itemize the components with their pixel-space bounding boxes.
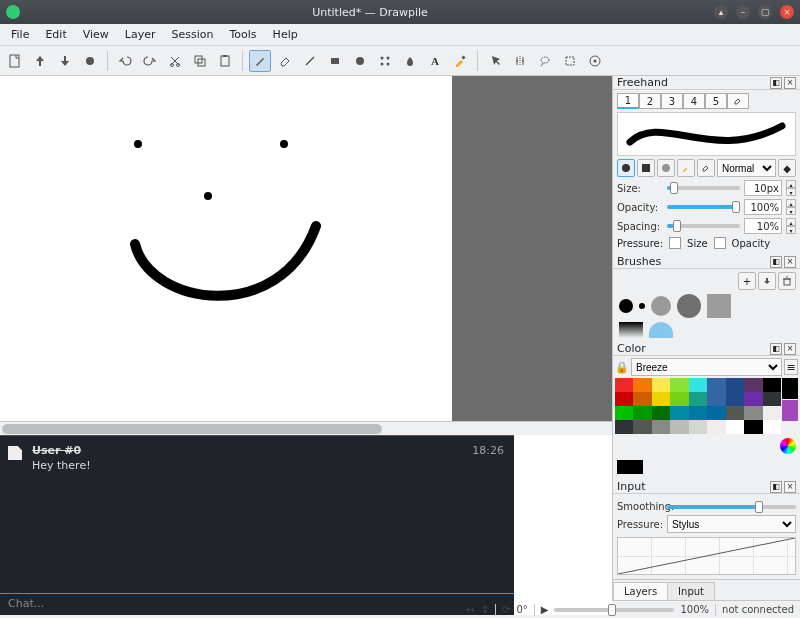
color-swatch[interactable] — [763, 378, 781, 392]
flip-v-icon[interactable]: ↕ — [481, 604, 489, 615]
maximize-button[interactable]: ▢ — [758, 5, 772, 19]
brush-preset[interactable] — [677, 294, 701, 318]
pressure-mode-select[interactable]: Stylus — [667, 515, 796, 533]
color-swatch[interactable] — [670, 420, 688, 434]
color-swatch[interactable] — [763, 406, 781, 420]
tab-input[interactable]: Input — [667, 582, 715, 600]
tab-layers[interactable]: Layers — [613, 582, 668, 600]
select-tool[interactable] — [559, 50, 581, 72]
undo-button[interactable] — [114, 50, 136, 72]
keep-above-button[interactable]: ▴ — [714, 5, 728, 19]
freehand-tool[interactable] — [249, 50, 271, 72]
blend-lock[interactable]: ◆ — [778, 159, 796, 177]
pressure-size-check[interactable] — [669, 237, 681, 249]
copy-button[interactable] — [189, 50, 211, 72]
color-swatch[interactable] — [633, 420, 651, 434]
spacing-slider[interactable] — [667, 224, 740, 228]
color-swatch[interactable] — [744, 406, 762, 420]
palette-select[interactable]: Breeze — [631, 358, 782, 376]
marker-tool[interactable] — [584, 50, 606, 72]
color-swatch[interactable] — [707, 406, 725, 420]
flip-h-icon[interactable]: ↔ — [466, 604, 474, 615]
opacity-down[interactable]: ▾ — [786, 207, 796, 215]
color-swatch[interactable] — [615, 406, 633, 420]
brush-eyedropper[interactable] — [677, 159, 695, 177]
brush-preset[interactable] — [707, 294, 731, 318]
color-swatch[interactable] — [615, 392, 633, 406]
size-slider[interactable] — [667, 186, 740, 190]
close-button[interactable]: × — [780, 5, 794, 19]
ellipse-tool[interactable] — [349, 50, 371, 72]
color-swatch[interactable] — [763, 420, 781, 434]
size-up[interactable]: ▴ — [786, 180, 796, 188]
color-swatch[interactable] — [652, 420, 670, 434]
minimize-button[interactable]: – — [736, 5, 750, 19]
color-swatch[interactable] — [670, 406, 688, 420]
pressure-opacity-check[interactable] — [714, 237, 726, 249]
palette-menu[interactable]: ≡ — [784, 359, 798, 375]
zoom-slider[interactable] — [554, 608, 674, 612]
brush-slot-1[interactable]: 1 — [617, 93, 639, 109]
input-float[interactable]: ◧ — [770, 481, 782, 493]
cut-button[interactable] — [164, 50, 186, 72]
picker-tool[interactable] — [449, 50, 471, 72]
brush-preset[interactable] — [651, 296, 671, 316]
color-swatch[interactable] — [744, 378, 762, 392]
color-swatch[interactable] — [689, 406, 707, 420]
canvas[interactable] — [0, 76, 452, 421]
color-swatch[interactable] — [744, 420, 762, 434]
rotate-icon[interactable]: ⟳ — [502, 604, 510, 615]
color-swatch[interactable] — [633, 392, 651, 406]
size-down[interactable]: ▾ — [786, 188, 796, 196]
opacity-slider[interactable] — [667, 205, 740, 209]
text-tool[interactable]: A — [424, 50, 446, 72]
color-swatch[interactable] — [707, 420, 725, 434]
opacity-up[interactable]: ▴ — [786, 199, 796, 207]
menu-layer[interactable]: Layer — [118, 26, 163, 43]
color-swatch[interactable] — [707, 378, 725, 392]
bezier-tool[interactable] — [374, 50, 396, 72]
canvas-viewport[interactable] — [0, 76, 612, 421]
current-color[interactable] — [617, 460, 643, 474]
shape-square[interactable] — [637, 159, 655, 177]
color-swatch[interactable] — [726, 420, 744, 434]
paste-button[interactable] — [214, 50, 236, 72]
color-float[interactable]: ◧ — [770, 343, 782, 355]
color-swatch[interactable] — [689, 392, 707, 406]
spacing-value[interactable]: 10% — [744, 218, 782, 234]
recent-swatch[interactable] — [782, 400, 798, 421]
pointer-tool[interactable] — [484, 50, 506, 72]
pressure-curve[interactable] — [617, 537, 796, 575]
horizontal-scrollbar[interactable] — [0, 421, 612, 435]
menu-file[interactable]: File — [4, 26, 36, 43]
size-value[interactable]: 10px — [744, 180, 782, 196]
zoom-reset[interactable]: ▶ — [541, 604, 549, 615]
color-swatch[interactable] — [744, 392, 762, 406]
foreground-swatch[interactable] — [782, 378, 798, 399]
brush-add[interactable]: + — [738, 272, 756, 290]
floodfill-tool[interactable] — [399, 50, 421, 72]
menu-edit[interactable]: Edit — [38, 26, 73, 43]
brush-slot-2[interactable]: 2 — [639, 93, 661, 109]
brushes-close[interactable]: × — [784, 256, 796, 268]
color-swatch[interactable] — [615, 420, 633, 434]
color-swatch[interactable] — [652, 392, 670, 406]
color-swatch[interactable] — [615, 378, 633, 392]
color-swatch[interactable] — [633, 406, 651, 420]
spacing-up[interactable]: ▴ — [786, 218, 796, 226]
spacing-down[interactable]: ▾ — [786, 226, 796, 234]
brush-delete[interactable] — [778, 272, 796, 290]
brush-slot-eraser[interactable] — [727, 93, 749, 109]
menu-help[interactable]: Help — [266, 26, 305, 43]
brush-slot-3[interactable]: 3 — [661, 93, 683, 109]
menu-tools[interactable]: Tools — [223, 26, 264, 43]
color-swatch[interactable] — [726, 378, 744, 392]
redo-button[interactable] — [139, 50, 161, 72]
flip-tool[interactable] — [509, 50, 531, 72]
lasso-tool[interactable] — [534, 50, 556, 72]
menu-view[interactable]: View — [76, 26, 116, 43]
brush-preset[interactable] — [639, 303, 645, 309]
palette-lock-icon[interactable]: 🔒 — [615, 360, 629, 374]
blend-mode-select[interactable]: Normal — [717, 159, 776, 177]
opacity-value[interactable]: 100% — [744, 199, 782, 215]
